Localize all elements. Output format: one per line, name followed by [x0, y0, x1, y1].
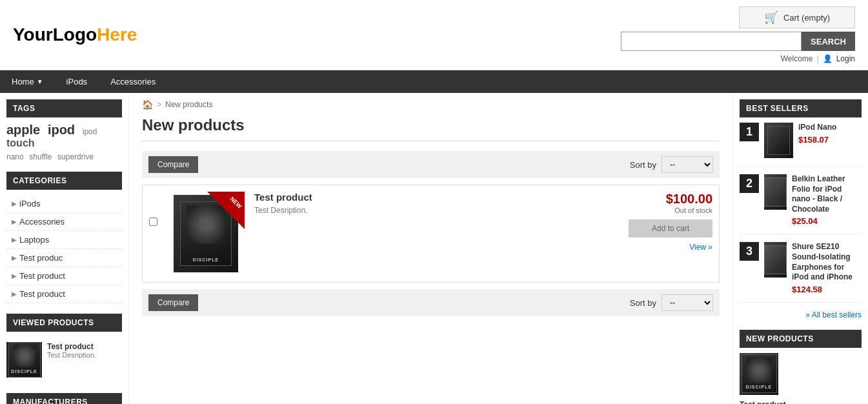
bs-price-1: $158.07	[798, 135, 836, 145]
categories-title: CATEGORIES	[6, 172, 122, 190]
viewed-products-section: VIEWED PRODUCTS DISCIPLE Test product Te…	[6, 314, 122, 383]
left-sidebar: TAGS apple ipod ipod touch nano shuffle …	[0, 93, 129, 404]
category-label: Accessories	[19, 217, 65, 227]
viewed-title: VIEWED PRODUCTS	[6, 314, 122, 332]
breadcrumb-separator: >	[157, 100, 161, 109]
search-bar: SEARCH	[621, 32, 855, 51]
sort-select-top[interactable]: -- Name Price	[661, 156, 713, 173]
new-products-title: NEW PRODUCTS	[740, 330, 862, 348]
tag-touch[interactable]: touch	[6, 137, 35, 148]
bs-name-1[interactable]: iPod Nano	[798, 123, 836, 133]
viewed-product-thumb[interactable]: DISCIPLE	[6, 342, 42, 378]
best-seller-3: 3 Shure SE210 Sound-Isolating Earphones …	[740, 242, 862, 302]
tag-apple[interactable]: apple	[6, 123, 40, 137]
best-seller-1: 1 iPod Nano $158.07	[740, 123, 862, 167]
bs-info-1: iPod Nano $158.07	[798, 123, 836, 145]
compare-button-top[interactable]: Compare	[148, 156, 198, 173]
new-badge-wrap: NEW	[206, 192, 245, 230]
nav-accessories-label: Accessories	[110, 77, 156, 86]
nav-accessories[interactable]: Accessories	[99, 70, 167, 93]
cat-arrow-icon: ▶	[12, 200, 17, 207]
rank-badge-1: 1	[740, 123, 759, 141]
product-checkbox[interactable]	[149, 217, 157, 226]
main-layout: TAGS apple ipod ipod touch nano shuffle …	[0, 93, 868, 404]
category-label: Test product	[19, 271, 65, 281]
bs-thumb-2[interactable]	[764, 174, 787, 210]
tags-row1: apple ipod ipod touch	[6, 123, 122, 149]
tags-title: TAGS	[6, 99, 122, 117]
category-accessories[interactable]: ▶ Accessories	[6, 213, 122, 231]
tag-ipod[interactable]: ipod	[48, 123, 75, 137]
search-input[interactable]	[621, 32, 802, 51]
product-price-area: $100.00 Out of stock Add to cart View »	[629, 192, 712, 252]
login-link[interactable]: Login	[836, 54, 855, 63]
breadcrumb-current: New products	[165, 100, 212, 109]
manufacturers-title: MANUFACTURERS	[6, 393, 122, 404]
bs-price-3: $124.58	[792, 285, 862, 294]
tag-nano[interactable]: nano	[6, 152, 24, 161]
best-sellers-title: BEST SELLERS	[740, 99, 862, 117]
product-image-wrap: DISCIPLE NEW	[167, 192, 245, 276]
compare-button-bottom[interactable]: Compare	[148, 294, 198, 311]
bs-thumb-3[interactable]	[764, 242, 787, 278]
nav-home-label: Home	[12, 77, 34, 86]
viewed-product-name[interactable]: Test product	[47, 342, 96, 351]
cat-arrow-icon: ▶	[12, 272, 17, 279]
bs-name-2[interactable]: Belkin Leather Folio for iPod nano - Bla…	[792, 174, 862, 214]
np-name[interactable]: Test product	[740, 400, 862, 404]
category-ipods[interactable]: ▶ iPods	[6, 195, 122, 213]
category-test-product-2[interactable]: ▶ Test product	[6, 285, 122, 303]
sort-label: Sort by	[630, 160, 656, 170]
sort-area-top: Sort by -- Name Price	[630, 156, 713, 173]
sort-label-bottom: Sort by	[630, 298, 656, 308]
viewed-product-info: Test product Test Desription.	[47, 342, 96, 359]
nav-ipods-label: iPods	[66, 77, 88, 86]
cart-label: Cart (empty)	[783, 13, 830, 23]
category-test-produc[interactable]: ▶ Test produc	[6, 249, 122, 267]
breadcrumb: 🏠 > New products	[142, 99, 720, 110]
tag-superdrive[interactable]: superdrive	[57, 152, 94, 161]
manufacturers-section: MANUFACTURERS ▶ Apple Computer, Inc	[6, 393, 122, 404]
np-thumb[interactable]: DISCIPLE	[740, 353, 778, 395]
product-price: $100.00	[629, 192, 712, 207]
bs-thumb-1[interactable]	[764, 123, 793, 158]
new-product-item: DISCIPLE Test product Test Desription. R…	[740, 353, 862, 404]
page-title: New products	[142, 116, 720, 141]
cat-arrow-icon: ▶	[12, 290, 17, 298]
home-icon[interactable]: 🏠	[142, 99, 153, 110]
all-best-sellers-link[interactable]: » All best sellers	[740, 310, 862, 319]
logo-text-black: YourLogo	[13, 25, 97, 45]
product-info: Test product Test Desription.	[254, 192, 619, 220]
category-laptops[interactable]: ▶ Laptops	[6, 231, 122, 249]
viewed-product-item: DISCIPLE Test product Test Desription.	[6, 337, 122, 383]
search-button[interactable]: SEARCH	[802, 32, 855, 51]
best-seller-2: 2 Belkin Leather Folio for iPod nano - B…	[740, 174, 862, 234]
tag-shuffle[interactable]: shuffle	[29, 152, 52, 161]
top-toolbar: Compare Sort by -- Name Price	[142, 151, 720, 178]
logo: YourLogoHere	[13, 25, 137, 45]
product-list-item: DISCIPLE NEW Test product Test Desriptio…	[142, 185, 720, 283]
main-content: 🏠 > New products New products Compare So…	[129, 93, 732, 404]
nav-ipods[interactable]: iPods	[55, 70, 99, 93]
category-label: iPods	[19, 199, 41, 208]
cat-arrow-icon: ▶	[12, 254, 17, 261]
welcome-area: Welcome | 👤 Login	[781, 54, 855, 63]
cart-icon: 🛒	[764, 10, 778, 25]
cart-area[interactable]: 🛒 Cart (empty)	[739, 6, 855, 28]
rank-badge-3: 3	[740, 242, 759, 261]
sort-select-bottom[interactable]: -- Name Price	[661, 294, 713, 311]
header-right: 🛒 Cart (empty) SEARCH Welcome | 👤 Login	[621, 6, 855, 63]
separator: |	[817, 54, 819, 63]
tags-row2: nano shuffle superdrive	[6, 152, 122, 161]
cat-arrow-icon: ▶	[12, 236, 17, 243]
nav-home[interactable]: Home ▼	[0, 70, 55, 93]
category-label: Laptops	[19, 235, 49, 245]
product-name[interactable]: Test product	[254, 192, 619, 203]
user-icon: 👤	[823, 54, 833, 63]
bs-price-2: $25.04	[792, 216, 862, 226]
add-to-cart-button[interactable]: Add to cart	[629, 219, 712, 237]
category-test-product-1[interactable]: ▶ Test product	[6, 267, 122, 285]
tag-ipod-sm[interactable]: ipod	[83, 127, 97, 136]
view-link[interactable]: View »	[629, 243, 712, 252]
bs-name-3[interactable]: Shure SE210 Sound-Isolating Earphones fo…	[792, 242, 862, 282]
